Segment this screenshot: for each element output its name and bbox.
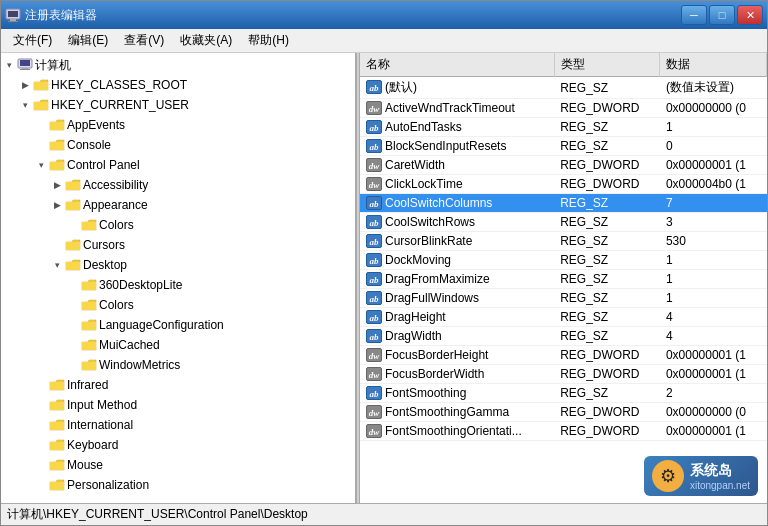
tree-toggle[interactable]: ▾ (1, 57, 17, 73)
table-row[interactable]: abCoolSwitchColumnsREG_SZ7 (360, 194, 767, 213)
tree-item-langconfig[interactable]: LanguageConfiguration (1, 315, 355, 335)
cell-type: REG_SZ (554, 270, 660, 289)
tree-item-cursors[interactable]: Cursors (1, 235, 355, 255)
registry-values[interactable]: 名称 类型 数据 ab(默认)REG_SZ(数值未设置)dwActiveWndT… (360, 53, 767, 503)
cell-name: abCursorBlinkRate (360, 232, 554, 251)
tree-item-console[interactable]: Console (1, 135, 355, 155)
cell-data: 1 (660, 289, 767, 308)
menu-view[interactable]: 查看(V) (116, 30, 172, 51)
tree-label: Accessibility (83, 178, 148, 192)
minimize-button[interactable]: ─ (681, 5, 707, 25)
menu-file[interactable]: 文件(F) (5, 30, 60, 51)
tree-toggle[interactable]: ▾ (33, 157, 49, 173)
tree-label: Desktop (83, 258, 127, 272)
tree-item-desktoplite[interactable]: 360DesktopLite (1, 275, 355, 295)
tree-toggle[interactable]: ▶ (49, 177, 65, 193)
menu-help[interactable]: 帮助(H) (240, 30, 297, 51)
tree-item-colors2[interactable]: Colors (1, 295, 355, 315)
dword-icon: dw (366, 158, 382, 172)
tree-toggle[interactable] (65, 297, 81, 313)
tree-toggle[interactable] (33, 437, 49, 453)
tree-item-windowmetrics[interactable]: WindowMetrics (1, 355, 355, 375)
tree-toggle[interactable] (33, 137, 49, 153)
table-row[interactable]: dwFocusBorderWidthREG_DWORD0x00000001 (1 (360, 365, 767, 384)
tree-toggle[interactable] (33, 377, 49, 393)
table-row[interactable]: dwFontSmoothingOrientati...REG_DWORD0x00… (360, 422, 767, 441)
tree-toggle[interactable]: ▾ (49, 257, 65, 273)
tree-toggle[interactable] (65, 357, 81, 373)
tree-toggle[interactable] (65, 277, 81, 293)
tree-item-hkcu[interactable]: ▾HKEY_CURRENT_USER (1, 95, 355, 115)
restore-button[interactable]: □ (709, 5, 735, 25)
tree-item-appearance[interactable]: ▶Appearance (1, 195, 355, 215)
tree-item-hkcr[interactable]: ▶HKEY_CLASSES_ROOT (1, 75, 355, 95)
tree-toggle[interactable]: ▶ (49, 197, 65, 213)
cell-type: REG_DWORD (554, 175, 660, 194)
table-row[interactable]: abDragWidthREG_SZ4 (360, 327, 767, 346)
menu-favorites[interactable]: 收藏夹(A) (172, 30, 240, 51)
cell-name: abFontSmoothing (360, 384, 554, 403)
table-row[interactable]: dwClickLockTimeREG_DWORD0x000004b0 (1 (360, 175, 767, 194)
tree-toggle[interactable] (33, 477, 49, 493)
tree-toggle[interactable] (33, 457, 49, 473)
tree-toggle[interactable] (49, 237, 65, 253)
tree-toggle[interactable]: ▶ (17, 77, 33, 93)
tree-item-inputmethod[interactable]: Input Method (1, 395, 355, 415)
cell-type: REG_SZ (554, 251, 660, 270)
tree-label: Mouse (67, 458, 103, 472)
tree-item-international[interactable]: International (1, 415, 355, 435)
table-row[interactable]: abAutoEndTasksREG_SZ1 (360, 118, 767, 137)
tree-item-keyboard[interactable]: Keyboard (1, 435, 355, 455)
folder-icon (49, 457, 65, 473)
tree-toggle[interactable]: ▾ (17, 97, 33, 113)
tree-item-muicached[interactable]: MuiCached (1, 335, 355, 355)
folder-icon (49, 417, 65, 433)
svg-rect-6 (22, 68, 28, 69)
table-row[interactable]: ab(默认)REG_SZ(数值未设置) (360, 77, 767, 99)
table-row[interactable]: abDragFullWindowsREG_SZ1 (360, 289, 767, 308)
tree-item-root[interactable]: ▾计算机 (1, 55, 355, 75)
table-row[interactable]: dwFontSmoothingGammaREG_DWORD0x00000000 … (360, 403, 767, 422)
dword-icon: dw (366, 101, 382, 115)
table-row[interactable]: abCoolSwitchRowsREG_SZ3 (360, 213, 767, 232)
folder-icon (81, 297, 97, 313)
table-row[interactable]: abCursorBlinkRateREG_SZ530 (360, 232, 767, 251)
tree-item-controlpanel[interactable]: ▾Control Panel (1, 155, 355, 175)
folder-icon (65, 177, 81, 193)
col-type[interactable]: 类型 (554, 53, 660, 77)
tree-toggle[interactable] (33, 417, 49, 433)
table-row[interactable]: abFontSmoothingREG_SZ2 (360, 384, 767, 403)
tree-toggle[interactable] (33, 397, 49, 413)
tree-item-infrared[interactable]: Infrared (1, 375, 355, 395)
tree-item-accessibility[interactable]: ▶Accessibility (1, 175, 355, 195)
table-row[interactable]: abDragFromMaximizeREG_SZ1 (360, 270, 767, 289)
tree-label: Colors (99, 218, 134, 232)
table-row[interactable]: dwCaretWidthREG_DWORD0x00000001 (1 (360, 156, 767, 175)
sz-icon: ab (366, 329, 382, 343)
tree-item-colors[interactable]: Colors (1, 215, 355, 235)
registry-tree[interactable]: ▾计算机▶HKEY_CLASSES_ROOT▾HKEY_CURRENT_USER… (1, 53, 356, 503)
tree-item-mouse[interactable]: Mouse (1, 455, 355, 475)
menu-edit[interactable]: 编辑(E) (60, 30, 116, 51)
tree-item-appevents[interactable]: AppEvents (1, 115, 355, 135)
col-name[interactable]: 名称 (360, 53, 554, 77)
cell-data: 0 (660, 137, 767, 156)
table-row[interactable]: abDragHeightREG_SZ4 (360, 308, 767, 327)
table-row[interactable]: abDockMovingREG_SZ1 (360, 251, 767, 270)
tree-item-personalization[interactable]: Personalization (1, 475, 355, 495)
tree-toggle[interactable] (65, 217, 81, 233)
sz-icon: ab (366, 196, 382, 210)
tree-toggle[interactable] (65, 337, 81, 353)
tree-label: International (67, 418, 133, 432)
tree-item-desktop[interactable]: ▾Desktop (1, 255, 355, 275)
folder-icon (81, 337, 97, 353)
table-row[interactable]: dwActiveWndTrackTimeoutREG_DWORD0x000000… (360, 99, 767, 118)
table-row[interactable]: abBlockSendInputResetsREG_SZ0 (360, 137, 767, 156)
tree-toggle[interactable] (33, 117, 49, 133)
tree-toggle[interactable] (65, 317, 81, 333)
table-row[interactable]: dwFocusBorderHeightREG_DWORD0x00000001 (… (360, 346, 767, 365)
col-data[interactable]: 数据 (660, 53, 767, 77)
close-button[interactable]: ✕ (737, 5, 763, 25)
tree-label: WindowMetrics (99, 358, 180, 372)
cell-type: REG_SZ (554, 384, 660, 403)
